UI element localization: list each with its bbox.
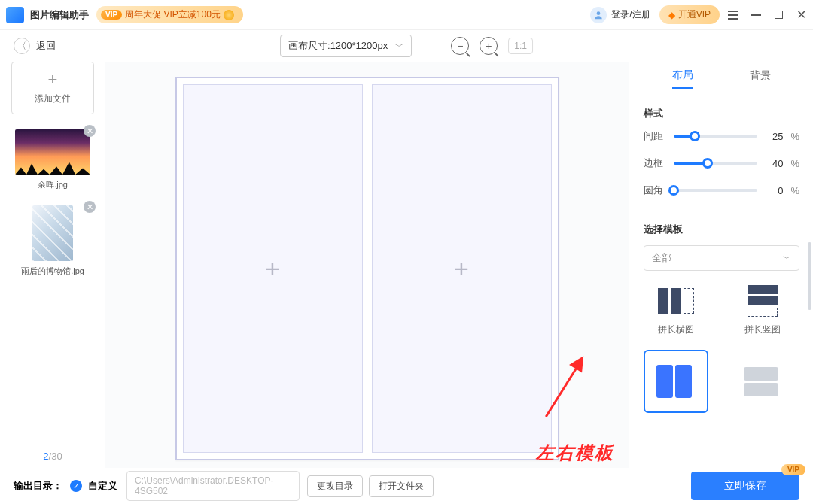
menu-button[interactable]	[727, 9, 739, 21]
coin-icon	[224, 10, 234, 20]
add-file-label: 添加文件	[35, 93, 71, 105]
login-link[interactable]: 登录/注册	[611, 8, 650, 21]
template-left-right[interactable]	[644, 350, 708, 413]
open-vip-button[interactable]: ◆ 开通VIP	[659, 5, 720, 24]
template-grid: 拼长横图 拼长竖图	[644, 284, 799, 413]
app-logo	[6, 7, 24, 23]
border-label: 边框	[644, 156, 666, 170]
canvas-size-label: 画布尺寸:1200*1200px	[288, 39, 388, 53]
zoom-in-button[interactable]: +	[480, 37, 498, 55]
back-button[interactable]: 〈	[14, 38, 30, 54]
change-dir-button[interactable]: 更改目录	[307, 475, 363, 497]
radius-slider[interactable]	[674, 189, 757, 192]
canvas: + +	[175, 77, 559, 460]
diamond-icon: ◆	[668, 10, 675, 20]
avatar-icon[interactable]	[590, 7, 607, 23]
close-button[interactable]: ✕	[795, 9, 807, 21]
template-label: 拼长竖图	[744, 323, 781, 336]
scrollbar[interactable]	[808, 242, 811, 310]
template-section-title: 选择模板	[644, 223, 799, 236]
page-counter: 2/30	[43, 451, 62, 462]
maximize-button[interactable]	[772, 9, 784, 21]
tab-layout[interactable]: 布局	[672, 68, 693, 89]
template-long-vertical[interactable]: 拼长竖图	[731, 284, 796, 336]
svg-point-0	[597, 11, 601, 15]
template-filter-select[interactable]: 全部 ﹀	[644, 245, 799, 271]
radius-slider-row: 圆角 0 %	[644, 184, 799, 197]
canvas-slot-right[interactable]: +	[372, 84, 552, 453]
pct-sign: %	[790, 158, 799, 169]
template-icon	[651, 365, 696, 398]
output-dir-label: 输出目录：	[14, 479, 62, 493]
spacing-value: 25	[765, 131, 783, 142]
canvas-size-select[interactable]: 画布尺寸:1200*1200px ﹀	[280, 35, 412, 57]
pct-sign: %	[790, 185, 799, 196]
spacing-slider[interactable]	[674, 135, 757, 138]
plus-icon: +	[48, 71, 58, 88]
vip-badge: VIP	[781, 464, 805, 475]
page-total: /30	[49, 451, 62, 462]
custom-checkbox[interactable]: ✓	[70, 480, 82, 492]
back-label[interactable]: 返回	[36, 39, 56, 53]
remove-file-button[interactable]: ✕	[84, 201, 96, 213]
border-slider-row: 边框 40 %	[644, 156, 799, 170]
template-long-horizontal[interactable]: 拼长横图	[644, 284, 708, 336]
template-icon	[738, 365, 784, 398]
tab-background[interactable]: 背景	[750, 69, 771, 87]
spacing-slider-row: 间距 25 %	[644, 129, 799, 143]
file-thumbnail	[15, 129, 90, 175]
template-icon	[740, 284, 785, 317]
file-item[interactable]: ✕ 雨后的博物馆.jpg	[11, 205, 94, 277]
bottom-bar: 输出目录： ✓ 自定义 C:\Users\Administrator.DESKT…	[0, 468, 813, 504]
plus-icon: +	[454, 254, 469, 284]
app-title: 图片编辑助手	[30, 8, 89, 22]
minimize-button[interactable]	[750, 9, 762, 21]
file-panel: + 添加文件 ✕ 余晖.jpg ✕ 雨后的博物馆.jpg 2/30	[0, 62, 105, 468]
plus-icon: +	[265, 254, 280, 284]
pct-sign: %	[790, 131, 799, 142]
radius-value: 0	[765, 185, 783, 196]
save-button[interactable]: 立即保存	[691, 472, 799, 500]
page-current: 2	[43, 451, 48, 462]
output-path-input[interactable]: C:\Users\Administrator.DESKTOP-4SG502	[126, 471, 300, 501]
open-dir-button[interactable]: 打开文件夹	[369, 475, 434, 497]
custom-label: 自定义	[88, 479, 117, 493]
template-icon	[653, 284, 699, 317]
radius-label: 圆角	[644, 184, 666, 197]
annotation-text: 左右模板	[536, 441, 614, 465]
border-slider[interactable]	[674, 162, 757, 165]
style-section-title: 样式	[644, 107, 799, 120]
file-item[interactable]: ✕ 余晖.jpg	[11, 129, 94, 190]
zoom-out-button[interactable]: −	[451, 37, 469, 55]
toolbar: 〈 返回 画布尺寸:1200*1200px ﹀ − + 1:1	[0, 30, 813, 62]
title-bar: 图片编辑助手 VIP 周年大促 VIP立减100元 登录/注册 ◆ 开通VIP …	[0, 0, 813, 30]
ratio-button[interactable]: 1:1	[508, 38, 533, 54]
template-filter-label: 全部	[652, 251, 671, 265]
file-name: 余晖.jpg	[11, 179, 94, 190]
open-vip-label: 开通VIP	[678, 8, 711, 21]
chevron-down-icon: ﹀	[395, 41, 403, 52]
right-panel: 布局 背景 样式 间距 25 % 边框 40 % 圆角 0 % 选择模板 全部 …	[629, 62, 813, 468]
template-label: 拼长横图	[658, 323, 694, 336]
canvas-slot-left[interactable]: +	[183, 84, 363, 453]
template-top-bottom[interactable]	[731, 350, 796, 413]
border-value: 40	[765, 158, 783, 169]
file-thumbnail	[32, 205, 73, 261]
chevron-down-icon: ﹀	[783, 253, 791, 264]
file-name: 雨后的博物馆.jpg	[11, 266, 94, 277]
add-file-button[interactable]: + 添加文件	[11, 62, 94, 114]
spacing-label: 间距	[644, 129, 666, 143]
vip-badge-icon: VIP	[101, 10, 122, 20]
promo-text: 周年大促 VIP立减100元	[125, 8, 221, 21]
remove-file-button[interactable]: ✕	[84, 125, 96, 137]
promo-banner[interactable]: VIP 周年大促 VIP立减100元	[96, 6, 243, 23]
